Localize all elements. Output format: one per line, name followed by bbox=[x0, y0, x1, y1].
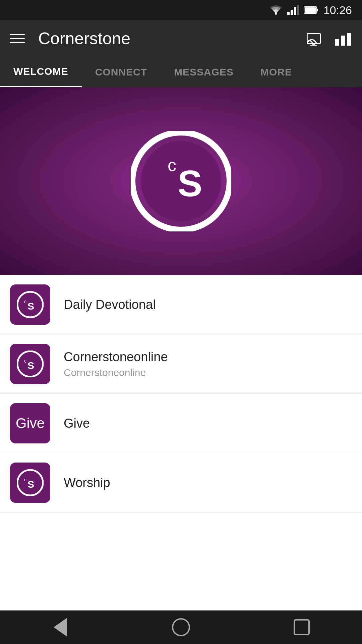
list-container: c S Daily Devotional c S Cornerstoneonli… bbox=[0, 275, 362, 513]
svg-rect-8 bbox=[307, 34, 320, 44]
svg-text:c: c bbox=[24, 299, 26, 304]
app-bar-left: Cornerstone bbox=[10, 29, 130, 48]
list-item-text-cornerstoneonline: Cornerstoneonline Cornerstoneonline bbox=[64, 350, 168, 378]
svg-text:c: c bbox=[24, 477, 26, 482]
list-item-title-cornerstoneonline: Cornerstoneonline bbox=[64, 350, 168, 364]
list-item-text-worship: Worship bbox=[64, 476, 110, 490]
wifi-icon bbox=[269, 5, 283, 15]
list-item-icon-cornerstoneonline: c S bbox=[10, 344, 50, 384]
list-item-icon-daily-devotional: c S bbox=[10, 284, 50, 325]
list-item-daily-devotional[interactable]: c S Daily Devotional bbox=[0, 275, 362, 334]
svg-rect-1 bbox=[287, 12, 290, 15]
chart-icon[interactable] bbox=[335, 32, 352, 46]
list-item-title-worship: Worship bbox=[64, 476, 110, 490]
cast-icon[interactable] bbox=[307, 32, 324, 46]
tab-bar: WELCOME CONNECT MESSAGES MORE bbox=[0, 57, 362, 87]
list-item-icon-worship: c S bbox=[10, 463, 50, 503]
list-item-cornerstoneonline[interactable]: c S Cornerstoneonline Cornerstoneonline bbox=[0, 334, 362, 394]
tab-more-label: MORE bbox=[260, 66, 292, 78]
status-time: 10:26 bbox=[323, 4, 352, 17]
svg-text:c: c bbox=[168, 155, 176, 175]
list-item-text-give: Give bbox=[64, 416, 90, 431]
svg-text:S: S bbox=[178, 163, 202, 204]
tab-welcome-label: WELCOME bbox=[13, 66, 68, 77]
app-bar-right bbox=[307, 32, 352, 46]
svg-point-0 bbox=[275, 13, 277, 15]
tab-messages[interactable]: MESSAGES bbox=[161, 57, 247, 87]
status-icons: 10:26 bbox=[269, 4, 352, 17]
battery-icon bbox=[304, 6, 319, 14]
list-item-worship[interactable]: c S Worship bbox=[0, 453, 362, 513]
svg-text:S: S bbox=[27, 479, 34, 490]
hero-logo: c S bbox=[131, 131, 231, 231]
svg-rect-13 bbox=[341, 36, 345, 46]
signal-icon bbox=[287, 5, 299, 15]
svg-rect-2 bbox=[291, 10, 293, 15]
list-item-give[interactable]: Give Give bbox=[0, 394, 362, 453]
svg-rect-10 bbox=[312, 44, 315, 45]
give-icon-text: Give bbox=[16, 415, 45, 431]
tab-messages-label: MESSAGES bbox=[174, 66, 234, 78]
recent-icon bbox=[294, 619, 310, 635]
nav-recent-button[interactable] bbox=[288, 614, 315, 641]
list-item-subtitle-cornerstoneonline: Cornerstoneonline bbox=[64, 367, 168, 378]
nav-back-button[interactable] bbox=[47, 614, 74, 641]
app-bar: Cornerstone bbox=[0, 20, 362, 57]
status-bar: 10:26 bbox=[0, 0, 362, 20]
list-item-title-give: Give bbox=[64, 416, 90, 431]
tab-connect[interactable]: CONNECT bbox=[82, 57, 161, 87]
tab-more[interactable]: MORE bbox=[247, 57, 305, 87]
back-icon bbox=[54, 618, 67, 637]
svg-rect-6 bbox=[317, 9, 318, 11]
nav-home-button[interactable] bbox=[168, 614, 194, 641]
svg-rect-14 bbox=[347, 33, 351, 46]
svg-rect-3 bbox=[294, 7, 296, 15]
svg-rect-4 bbox=[297, 5, 299, 15]
bottom-nav bbox=[0, 610, 362, 644]
svg-text:c: c bbox=[24, 358, 26, 364]
svg-rect-12 bbox=[335, 39, 339, 46]
list-item-icon-give: Give bbox=[10, 403, 50, 443]
app-title: Cornerstone bbox=[38, 29, 130, 48]
hamburger-menu[interactable] bbox=[10, 34, 25, 43]
svg-rect-11 bbox=[310, 45, 317, 46]
tab-welcome[interactable]: WELCOME bbox=[0, 57, 82, 87]
svg-text:S: S bbox=[27, 360, 34, 371]
hero-banner: c S bbox=[0, 87, 362, 275]
list-item-title-daily-devotional: Daily Devotional bbox=[64, 298, 156, 312]
list-item-text-daily-devotional: Daily Devotional bbox=[64, 298, 156, 312]
home-icon bbox=[172, 618, 190, 636]
tab-connect-label: CONNECT bbox=[95, 66, 147, 78]
svg-text:S: S bbox=[27, 301, 34, 312]
svg-rect-7 bbox=[305, 7, 316, 13]
